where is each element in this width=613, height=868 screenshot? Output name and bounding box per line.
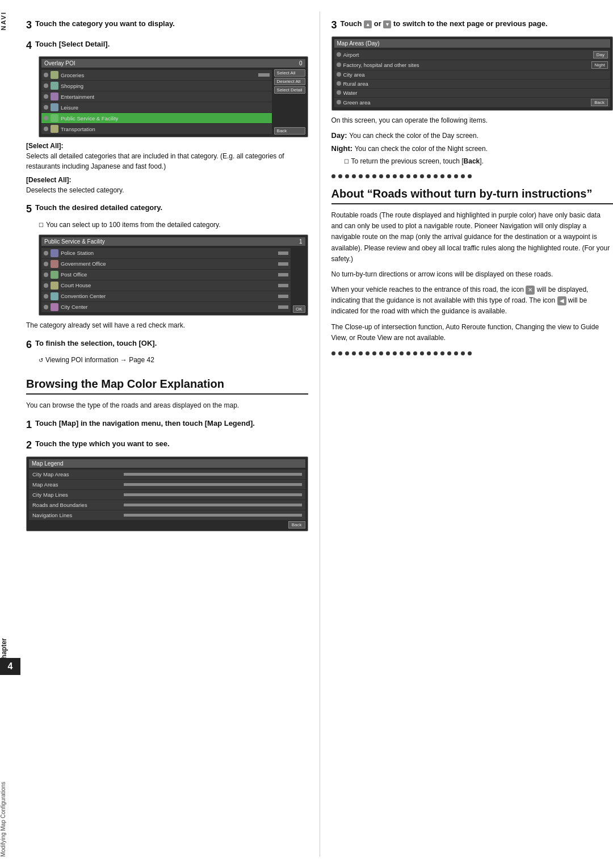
list-item: Police Station: [41, 248, 291, 258]
step6-num: 6: [26, 339, 32, 351]
map-legend-title: Map Legend: [29, 459, 305, 468]
overlay-poi-screen: Overlay POI 0 Groceries: [39, 56, 308, 137]
navi-label: NAVI: [0, 11, 20, 30]
deselect-all-btn[interactable]: Deselect All: [274, 78, 305, 85]
list-item: Green area Back: [334, 98, 611, 107]
step3-right-heading: 3 Touch ▲ or ▼ to switch to the next pag…: [331, 19, 614, 32]
select-all-label: [Select All]:: [26, 142, 308, 150]
overlay-poi-buttons: Select All Deselect All Select Detail Ba…: [274, 69, 305, 135]
step-b1-heading: 1 Touch [Map] in the navigation menu, th…: [26, 419, 308, 431]
select-all-desc: Selects all detailed categories that are…: [26, 151, 308, 171]
map-areas-title: Map Areas (Day): [334, 39, 611, 48]
dot-divider-top: [331, 174, 614, 178]
list-item: City Center: [41, 302, 291, 312]
step3-heading: 3 Touch the category you want to display…: [26, 19, 308, 32]
step5-heading: 5 Touch the desired detailed category.: [26, 203, 308, 216]
step6-sub: ↺ Viewing POI information → Page 42: [39, 355, 308, 365]
step-b1-text: Touch [Map] in the navigation menu, then…: [35, 419, 255, 429]
list-item: Shopping: [41, 81, 272, 91]
road-icon-2: ◀: [557, 296, 566, 305]
list-item: Leisure: [41, 102, 272, 112]
roads-body2: No turn-by-turn directions or arrow icon…: [331, 269, 614, 280]
chapter-label: Chapter: [0, 638, 20, 664]
list-item: Factory, hospital and other sites Night: [334, 60, 611, 70]
list-item: City area: [334, 70, 611, 79]
list-item: Government Office: [41, 259, 291, 269]
list-item: Water: [334, 89, 611, 97]
day-label: Day: You can check the color of the Day …: [331, 131, 614, 141]
step3-num: 3: [26, 19, 32, 32]
list-item: Court House: [41, 280, 291, 291]
step4-num: 4: [26, 40, 32, 52]
step3-right-num: 3: [331, 19, 337, 32]
public-service-title-bar: Public Service & Facility 1: [41, 237, 305, 246]
road-icon-1: ✕: [526, 286, 535, 295]
roads-body4: The Close-up of intersection function, A…: [331, 322, 614, 343]
overlay-poi-title-bar: Overlay POI 0: [41, 59, 305, 68]
list-item[interactable]: City Map Lines: [29, 490, 305, 500]
select-detail-btn[interactable]: Select Detail: [274, 86, 305, 94]
map-areas-screen: Map Areas (Day) Airport Day Factory, hos…: [331, 36, 614, 111]
step-b1-num: 1: [26, 419, 32, 431]
modifying-label: Modifying Map Configurations: [0, 782, 20, 857]
checkbox-back-icon: ☐: [344, 158, 349, 166]
step-b2-heading: 2 Touch the type which you want to see.: [26, 439, 308, 452]
public-service-screen: Public Service & Facility 1 Police Stati…: [39, 234, 308, 316]
public-service-buttons: OK: [293, 248, 305, 313]
public-service-list: Police Station Government Office: [41, 248, 291, 313]
right-column: 3 Touch ▲ or ▼ to switch to the next pag…: [320, 11, 614, 857]
step3-right-text: Touch ▲ or ▼ to switch to the next page …: [341, 19, 548, 29]
browsing-section-heading: Browsing the Map Color Explanation: [26, 376, 308, 395]
list-item[interactable]: Public Service & Facility: [41, 113, 272, 123]
list-item[interactable]: Navigation Lines: [29, 510, 305, 520]
step6-text: To finish the selection, touch [OK].: [35, 339, 157, 349]
ok-btn[interactable]: OK: [293, 305, 305, 313]
step5-num: 5: [26, 203, 32, 216]
step5-sub: ☐ You can select up to 100 items from th…: [39, 220, 308, 230]
map-legend-screen: Map Legend City Map Areas Map Areas City…: [26, 456, 308, 531]
section-divider: Browsing the Map Color Explanation: [26, 376, 308, 395]
night-label: Night: You can check the color of the Ni…: [331, 144, 614, 154]
step4-text: Touch [Select Detail].: [35, 40, 110, 49]
step6-heading: 6 To finish the selection, touch [OK].: [26, 339, 308, 351]
list-item: Transportation: [41, 124, 272, 134]
list-item[interactable]: Roads and Boundaries: [29, 500, 305, 510]
overlay-poi-list: Groceries Shopping Entertainment: [41, 69, 272, 135]
back-note: ☐ To return the previous screen, touch […: [344, 157, 614, 166]
side-labels: NAVI 4 Chapter Modifying Map Configurati…: [0, 0, 20, 868]
step-b2-text: Touch the type which you want to see.: [35, 439, 170, 449]
step-b2-num: 2: [26, 439, 32, 452]
step4-heading: 4 Touch [Select Detail].: [26, 40, 308, 52]
map-areas-list: Airport Day Factory, hospital and other …: [334, 49, 611, 108]
select-all-btn[interactable]: Select All: [274, 69, 305, 77]
section-body: You can browse the type of the roads and…: [26, 400, 308, 411]
list-item: Convention Center: [41, 291, 291, 301]
arrow-icon: ↺: [39, 357, 43, 364]
list-item: Entertainment: [41, 91, 272, 102]
dot-divider-bottom: [331, 351, 614, 355]
category-note: The category already set will have a red…: [26, 320, 308, 331]
list-item: Airport Day: [334, 50, 611, 60]
roads-body1: Routable roads (The route displayed and …: [331, 210, 614, 265]
back-btn[interactable]: Back: [274, 127, 305, 135]
screen-note: On this screen, you can operate the foll…: [331, 115, 614, 126]
list-item: Post Office: [41, 270, 291, 280]
list-item: Rural area: [334, 79, 611, 88]
step3-text: Touch the category you want to display.: [35, 19, 175, 29]
list-item[interactable]: Map Areas: [29, 480, 305, 489]
roads-section-heading: About “Roads without turn by-turn instru…: [331, 186, 614, 204]
step5-text: Touch the desired detailed category.: [35, 203, 162, 213]
list-item[interactable]: City Map Areas: [29, 469, 305, 479]
map-legend-back-btn[interactable]: Back: [288, 521, 305, 529]
roads-body3: When your vehicle reaches to the entranc…: [331, 284, 614, 317]
deselect-all-desc: Deselects the selected category.: [26, 185, 308, 195]
deselect-all-label: [Deselect All]:: [26, 176, 308, 184]
left-column: 3 Touch the category you want to display…: [26, 11, 320, 857]
checkbox-icon: ☐: [39, 221, 44, 229]
list-item: Groceries: [41, 70, 272, 80]
